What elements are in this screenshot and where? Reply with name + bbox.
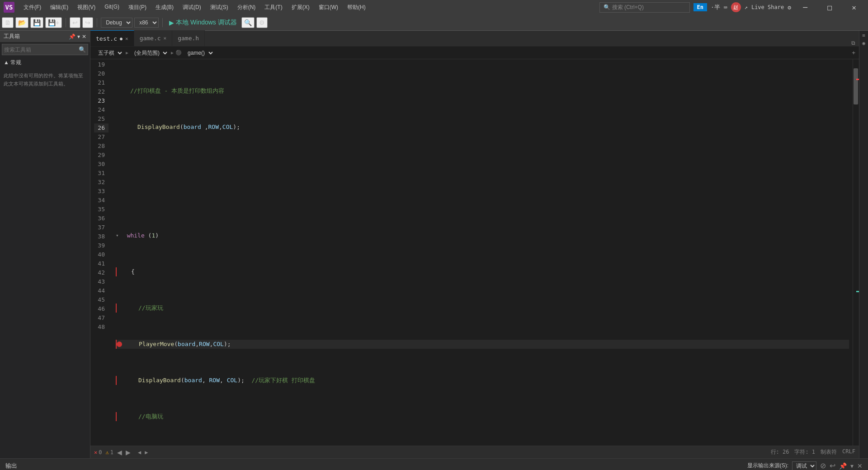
run-debugger-button[interactable]: ▶ 本地 Windows 调试器 (166, 18, 240, 28)
menu-view[interactable]: 视图(V) (74, 3, 99, 12)
menu-build[interactable]: 生成(B) (152, 3, 177, 12)
sidebar-pin-icon[interactable]: 📌 (69, 33, 75, 40)
lang-indicator[interactable]: En (693, 3, 707, 11)
open-button[interactable]: 📂 (15, 17, 28, 28)
line-num-37: 37 (94, 223, 108, 232)
maximize-button[interactable]: □ (819, 0, 840, 14)
output-close-button[interactable]: ✕ (857, 462, 863, 470)
scroll-thumb[interactable] (854, 68, 858, 104)
menu-file[interactable]: 文件(F) (20, 3, 45, 12)
new-file-button[interactable]: 🗎 (2, 17, 14, 28)
collapse-arrow-23[interactable]: ▾ (116, 231, 119, 240)
tab-close-test-c[interactable]: ✕ (125, 36, 128, 42)
tab-game-h[interactable]: game.h (172, 30, 205, 46)
line-num-41: 41 (94, 259, 108, 268)
output-controls: 显示输出来源(S): 调试 ⊘ ↩ 📌 ▾ ✕ (747, 461, 863, 470)
editor-scrollbar[interactable] (853, 59, 859, 446)
line-num-32: 32 (94, 178, 108, 187)
col-info: 字符: 1 (794, 448, 815, 456)
run-label: 本地 Windows 调试器 (176, 19, 237, 27)
line-num-44: 44 (94, 286, 108, 295)
warning-count[interactable]: ⚠ 1 (105, 449, 113, 456)
prop-icon[interactable]: ◉ (862, 40, 865, 46)
platform-select[interactable]: x86 (134, 18, 159, 28)
position-info: 行: 26 字符: 1 制表符 CRLF (771, 448, 856, 456)
live-share-area[interactable]: ↗ Live Share (745, 4, 784, 10)
debug-tool-2[interactable]: ⚙ (256, 17, 268, 28)
line-num-45: 45 (94, 295, 108, 304)
line-num-31: 31 (94, 169, 108, 178)
output-wrap-button[interactable]: ↩ (830, 461, 835, 470)
menu-analyze[interactable]: 分析(N) (234, 3, 259, 12)
line-num-27: 27 (94, 133, 108, 142)
split-editor-icon[interactable]: ⧉ (851, 40, 855, 46)
user-avatar[interactable]: 赵 (731, 2, 741, 12)
info-marker (856, 291, 859, 292)
line-num-42: 42 (94, 268, 108, 277)
output-source-select[interactable]: 调试 (792, 461, 816, 470)
outline-icon[interactable]: ≡ (862, 33, 865, 38)
nav-add-icon[interactable]: + (852, 49, 855, 56)
code-line-25: //玩家玩 (116, 304, 849, 313)
scope-select-1[interactable]: 五子棋 (94, 48, 124, 57)
line-num-39: 39 (94, 241, 108, 250)
line-num-34: 34 (94, 196, 108, 205)
output-chevron-button[interactable]: ▾ (850, 462, 854, 470)
save-button[interactable]: 💾 (30, 17, 43, 28)
toolbox-sidebar: 工具箱 📌 ▾ ✕ 🔍 ▲ 常规 此组中没有可用的控件。将某项拖至此文本可将其添… (0, 31, 90, 458)
bottom-nav-bar: ✕ 0 ⚠ 1 ◀ ▶ ◀ ▶ 行: 26 字符: 1 制表符 CRLF (90, 446, 859, 458)
settings-icon[interactable]: ⚙ (788, 4, 791, 11)
menu-project[interactable]: 项目(P) (125, 3, 150, 12)
right-panel: ≡ ◉ (859, 31, 868, 458)
undo-button[interactable]: ↩ (70, 17, 80, 28)
title-bar: VS 文件(F) 编辑(E) 视图(V) Git(G) 项目(P) 生成(B) … (0, 0, 868, 14)
sidebar-empty-message: 此组中没有可用的控件。将某项拖至此文本可将其添加到工具箱。 (0, 68, 90, 91)
debug-config-select[interactable]: Debug (101, 18, 132, 28)
redo-button[interactable]: ↪ (82, 17, 93, 28)
nav-arrow-2: ▶ (171, 50, 174, 55)
live-share-icon: ↗ (745, 4, 748, 10)
sidebar-search-input[interactable] (4, 47, 79, 53)
menu-debug[interactable]: 调试(D) (179, 3, 205, 12)
line-num-29: 29 (94, 151, 108, 160)
breakpoint-dot-26[interactable] (117, 342, 122, 347)
code-content[interactable]: //打印棋盘 - 本质是打印数组内容 DisplayBoard(board ,R… (112, 59, 853, 446)
line-num-21: 21 (94, 78, 108, 87)
code-line-22 (116, 195, 849, 204)
error-count[interactable]: ✕ 0 (94, 449, 102, 456)
tab-modified-dot: ● (120, 36, 123, 41)
menu-window[interactable]: 窗口(W) (315, 3, 342, 12)
minimize-button[interactable]: ─ (795, 0, 816, 14)
tab-test-c[interactable]: test.c ● ✕ (90, 30, 134, 46)
search-box[interactable]: 🔍 搜索 (Ctrl+Q) (599, 2, 690, 13)
nav-forward-button[interactable]: ▶ (126, 449, 131, 456)
sidebar-close-icon[interactable]: ✕ (82, 33, 86, 40)
scope-select-3[interactable]: game() (184, 48, 215, 57)
menu-tools[interactable]: 工具(T) (261, 3, 286, 12)
close-button[interactable]: ✕ (844, 0, 864, 14)
tab-game-c[interactable]: game.c ✕ (134, 30, 173, 46)
output-pin-button[interactable]: 📌 (839, 462, 847, 470)
debug-tool-1[interactable]: 🔍 (241, 17, 255, 28)
line-num-40: 40 (94, 250, 108, 259)
menu-git[interactable]: Git(G) (101, 3, 123, 12)
menu-bar: 文件(F) 编辑(E) 视图(V) Git(G) 项目(P) 生成(B) 调试(… (20, 3, 369, 12)
menu-test[interactable]: 测试(S) (207, 3, 232, 12)
warning-icon: ⚠ (105, 449, 108, 456)
sidebar-search-box[interactable]: 🔍 (2, 44, 88, 55)
menu-help[interactable]: 帮助(H) (344, 3, 369, 12)
sidebar-chevron-icon[interactable]: ▾ (77, 33, 80, 40)
nav-back-button[interactable]: ◀ (117, 449, 122, 456)
output-clear-button[interactable]: ⊘ (820, 461, 826, 470)
line-num-26: 26 (94, 123, 108, 133)
menu-edit[interactable]: 编辑(E) (47, 3, 72, 12)
code-editor[interactable]: 19 20 21 22 23 24 25 26 27 28 29 30 31 3… (90, 59, 859, 446)
save-all-button[interactable]: 💾+ (45, 17, 62, 28)
menu-ext[interactable]: 扩展(X) (288, 3, 313, 12)
tab-close-game-c[interactable]: ✕ (164, 35, 167, 41)
right-icons: ≡ ◉ (859, 31, 868, 48)
vs-logo: VS (4, 2, 14, 13)
scope-select-2[interactable]: (全局范围) (130, 48, 169, 57)
line-num-43: 43 (94, 277, 108, 286)
line-num-35: 35 (94, 205, 108, 214)
